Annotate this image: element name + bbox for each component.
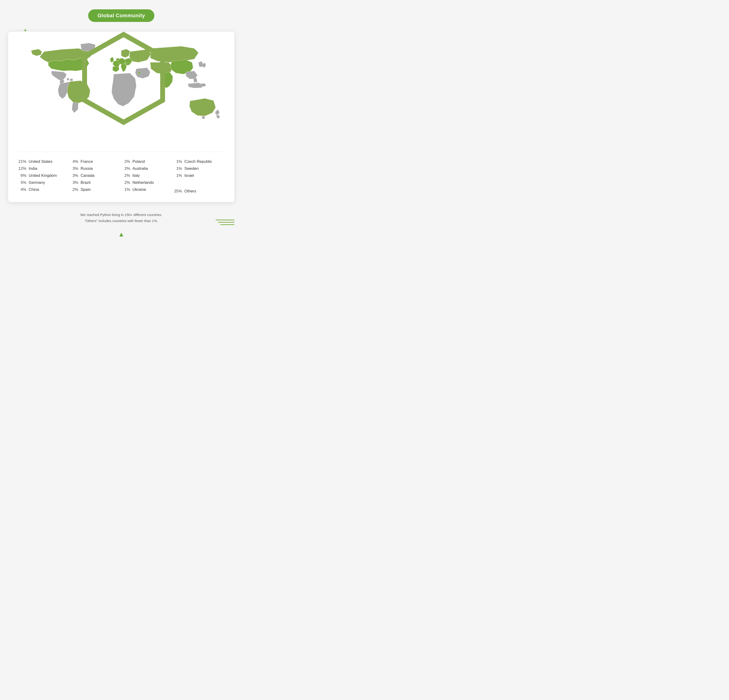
stat-row: 2%Netherlands <box>121 180 173 185</box>
stat-row: 25%Others <box>173 189 225 194</box>
stat-country: United States <box>29 159 52 164</box>
stat-percentage: 1% <box>173 173 182 178</box>
stat-row: 2%Poland <box>121 159 173 164</box>
stat-row: 12%India <box>17 166 70 171</box>
stat-country: Israel <box>184 173 194 178</box>
hex-icon <box>20 25 227 132</box>
stat-percentage: 2% <box>121 180 130 185</box>
stat-percentage: 2% <box>121 159 130 164</box>
stat-row: 6%United Kingdom <box>17 173 70 178</box>
stat-percentage: 3% <box>70 166 78 171</box>
stat-percentage: 25% <box>173 189 182 194</box>
stat-percentage: 1% <box>173 159 182 164</box>
green-lines-icon <box>216 218 234 226</box>
stat-row: 4%China <box>17 187 70 192</box>
stats-col-0: 21%United States12%India6%United Kingdom… <box>17 159 70 194</box>
stat-percentage: 4% <box>17 187 26 192</box>
stat-row: 2%Spain <box>70 187 122 192</box>
stat-country: China <box>29 187 39 192</box>
stat-country: Ukraine <box>132 187 146 192</box>
stats-col-1: 4%France3%Russia3%Canada3%Brazil2%Spain <box>70 159 122 194</box>
stat-percentage: 2% <box>70 187 78 192</box>
triangle-icon: ▲ <box>118 231 125 238</box>
stat-row: 4%France <box>70 159 122 164</box>
stat-percentage: 3% <box>70 173 78 178</box>
stat-percentage: 2% <box>121 166 130 171</box>
stat-country: Czech Republic <box>184 159 212 164</box>
stat-country: Poland <box>132 159 145 164</box>
stat-percentage: 1% <box>173 166 182 171</box>
stat-country: Italy <box>132 173 140 178</box>
stat-row: 1%Ukraine <box>121 187 173 192</box>
stat-country: Netherlands <box>132 180 154 185</box>
stat-country: India <box>29 166 37 171</box>
stat-country: Germany <box>29 180 45 185</box>
stat-row: 2%Italy <box>121 173 173 178</box>
stat-percentage: 5% <box>17 180 26 185</box>
stat-country: Canada <box>81 173 95 178</box>
global-community-badge: Global Community <box>88 9 154 22</box>
stats-col-3: 1%Czech Republic1%Sweden1%Israel25%Other… <box>173 159 225 194</box>
footnote-line1: We reached Python living in 150+ differe… <box>80 212 162 218</box>
svg-marker-1 <box>85 35 163 122</box>
footnote-line2: "Others" includes countries with fewer t… <box>80 218 162 224</box>
stat-row: 1%Sweden <box>173 166 225 171</box>
stat-country: Russia <box>81 166 93 171</box>
stat-percentage: 12% <box>17 166 26 171</box>
world-map <box>17 39 225 146</box>
stat-percentage: 6% <box>17 173 26 178</box>
stat-row: 3%Canada <box>70 173 122 178</box>
stats-grid: 21%United States12%India6%United Kingdom… <box>17 159 225 194</box>
stat-row: 21%United States <box>17 159 70 164</box>
stat-percentage: 1% <box>121 187 130 192</box>
stat-percentage: 21% <box>17 159 26 164</box>
stat-country: Spain <box>81 187 91 192</box>
stat-country: Australia <box>132 166 148 171</box>
stat-row: 2%Australia <box>121 166 173 171</box>
stat-row: 5%Germany <box>17 180 70 185</box>
stat-country: Brazil <box>81 180 91 185</box>
stat-country: Sweden <box>184 166 199 171</box>
stat-percentage: 4% <box>70 159 78 164</box>
main-card: 21%United States12%India6%United Kingdom… <box>8 32 234 202</box>
stat-row: 3%Brazil <box>70 180 122 185</box>
stat-row: 1%Israel <box>173 173 225 178</box>
footnote: We reached Python living in 150+ differe… <box>80 212 162 224</box>
stat-row: 1%Czech Republic <box>173 159 225 164</box>
stat-country: France <box>81 159 93 164</box>
footnote-wrapper: We reached Python living in 150+ differe… <box>8 204 234 224</box>
stats-col-2: 2%Poland2%Australia2%Italy2%Netherlands1… <box>121 159 173 194</box>
stat-country: United Kingdom <box>29 173 57 178</box>
stat-row: 3%Russia <box>70 166 122 171</box>
stat-percentage: 2% <box>121 173 130 178</box>
stat-percentage: 3% <box>70 180 78 185</box>
stat-country: Others <box>184 189 196 194</box>
